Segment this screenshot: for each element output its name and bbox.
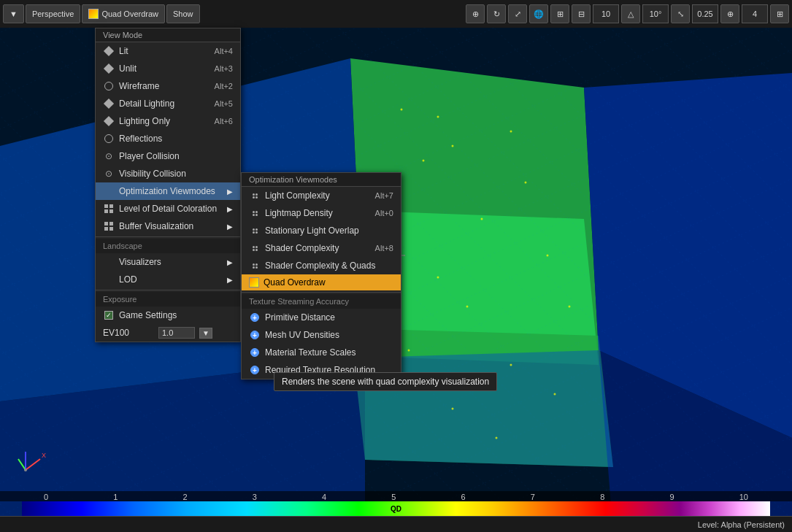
colorbar-label-3: 3 <box>253 493 257 501</box>
layer-count[interactable]: 4 <box>742 4 768 23</box>
lod-icon <box>103 203 115 215</box>
menu-item-lightmap-density[interactable]: Lightmap Density Alt+0 <box>242 204 401 222</box>
svg-point-11 <box>437 116 439 118</box>
lod-submenu-arrow-icon: ▶ <box>227 205 233 213</box>
svg-point-20 <box>569 306 571 308</box>
player-collision-icon: ⊙ <box>103 150 115 162</box>
svg-point-10 <box>401 109 403 111</box>
viewmode-button[interactable]: Quad Overdraw <box>82 4 165 23</box>
rotate-button[interactable]: ↻ <box>487 4 506 23</box>
menu-item-optimization[interactable]: Optimization Viewmodes ▶ <box>96 182 240 200</box>
menu-container: View Mode Lit Alt+4 Unlit Alt+3 Wirefram… <box>95 28 241 342</box>
optimization-submenu: Optimization Viewmodes Light Complexity … <box>241 172 401 379</box>
shader-complexity-icon <box>249 242 261 254</box>
menu-item-reflections[interactable]: Reflections <box>96 130 240 147</box>
svg-point-21 <box>408 350 410 352</box>
exposure-header: Exposure <box>96 292 240 307</box>
quad-overdraw-tooltip: Renders the scene with quad complexity v… <box>274 372 497 391</box>
texture-header: Texture Streaming Accuracy <box>242 294 401 309</box>
svg-point-16 <box>481 218 483 220</box>
svg-point-19 <box>466 306 469 308</box>
menu-item-quad-overdraw[interactable]: Quad Overdraw <box>242 274 401 290</box>
quad-overdraw-icon <box>249 277 259 288</box>
reflections-icon <box>103 133 115 144</box>
colorbar-label-5: 5 <box>391 493 396 501</box>
menu-item-visualizers[interactable]: Visualizers ▶ <box>96 253 240 271</box>
menu-item-wireframe[interactable]: Wireframe Alt+2 <box>96 77 240 95</box>
angle-snap-button[interactable]: △ <box>621 4 640 23</box>
world-button[interactable]: 🌐 <box>529 4 548 23</box>
snap-value[interactable]: 10° <box>642 4 669 23</box>
opt-menu-header: Optimization Viewmodes <box>242 173 401 187</box>
toolbar-right: ⊕ ↻ ⤢ 🌐 ⊞ ⊟ 10 △ 10° ⤡ 0.25 ⊕ 4 ⊞ <box>466 4 789 23</box>
grid-snap-button[interactable]: ⊟ <box>572 4 591 23</box>
menu-item-lit[interactable]: Lit Alt+4 <box>96 42 240 60</box>
colorbar-label-8: 8 <box>600 493 604 501</box>
menu-item-mesh-uv[interactable]: + Mesh UV Densities <box>242 326 401 344</box>
menu-item-shader-complexity-quads[interactable]: Shader Complexity & Quads <box>242 257 401 274</box>
menu-item-detail-lighting[interactable]: Detail Lighting Alt+5 <box>96 95 240 112</box>
ev100-input[interactable] <box>158 327 195 339</box>
mesh-uv-icon: + <box>249 329 261 341</box>
show-button[interactable]: Show <box>166 4 200 23</box>
colorbar-label-7: 7 <box>531 493 535 501</box>
svg-point-23 <box>554 393 556 396</box>
unlit-icon <box>103 63 115 74</box>
menu-item-material-texture[interactable]: + Material Texture Scales <box>242 344 401 361</box>
menu-item-stationary-light[interactable]: Stationary Light Overlap <box>242 222 401 239</box>
menu-item-player-collision[interactable]: ⊙ Player Collision <box>96 147 240 165</box>
svg-text:X: X <box>42 452 46 459</box>
perspective-button[interactable]: Perspective <box>26 4 80 23</box>
axis-indicator: X <box>15 444 51 481</box>
colorbar-label-2: 2 <box>183 493 188 501</box>
layers-button[interactable]: ⊕ <box>720 4 739 23</box>
scale-button-icon[interactable]: ⤢ <box>508 4 527 23</box>
svg-line-30 <box>18 459 26 470</box>
svg-point-25 <box>496 437 498 439</box>
menu-item-lighting-only[interactable]: Lighting Only Alt+6 <box>96 112 240 130</box>
shader-quads-icon <box>249 260 261 271</box>
perspective-label: Perspective <box>32 9 74 18</box>
viewmode-menu: View Mode Lit Alt+4 Unlit Alt+3 Wirefram… <box>95 28 241 342</box>
required-texture-icon: + <box>249 364 261 376</box>
viewmode-menu-header: View Mode <box>96 28 240 42</box>
menu-item-light-complexity[interactable]: Light Complexity Alt+7 <box>242 187 401 204</box>
colorbar: QD <box>0 501 792 516</box>
colorbar-label-4: 4 <box>322 493 326 501</box>
surface-button[interactable]: ⊞ <box>550 4 569 23</box>
colorbar-label-10: 10 <box>739 493 748 501</box>
menu-item-game-settings[interactable]: ✓ Game Settings <box>96 307 240 324</box>
menu-item-unlit[interactable]: Unlit Alt+3 <box>96 60 240 77</box>
ev100-row: EV100 ▼ <box>96 324 240 342</box>
ev100-slider[interactable]: ▼ <box>199 328 212 339</box>
lighting-only-icon <box>103 115 115 127</box>
svg-point-13 <box>423 160 425 162</box>
optimization-icon <box>103 185 115 197</box>
settings-button[interactable]: ⊞ <box>770 4 789 23</box>
transform-button[interactable]: ⊕ <box>466 4 485 23</box>
svg-point-12 <box>452 145 454 147</box>
primitive-distance-icon: + <box>249 312 261 323</box>
menu-item-primitive-distance[interactable]: + Primitive Distance <box>242 309 401 326</box>
menu-item-shader-complexity[interactable]: Shader Complexity Alt+8 <box>242 239 401 257</box>
svg-point-32 <box>24 469 27 471</box>
menu-item-lod[interactable]: LOD ▶ <box>96 271 240 288</box>
colorbar-label-0: 0 <box>44 493 48 501</box>
lit-icon <box>103 45 115 57</box>
toolbar: ▼ Perspective Quad Overdraw Show ⊕ ↻ ⤢ 🌐… <box>0 0 792 28</box>
menu-item-lod-coloration[interactable]: Level of Detail Coloration ▶ <box>96 200 240 217</box>
menu-item-visibility-collision[interactable]: ⊙ Visibility Collision <box>96 165 240 182</box>
checkbox-icon: ✓ <box>103 309 115 321</box>
svg-point-18 <box>437 277 439 279</box>
viewport-menu-button[interactable]: ▼ <box>3 4 24 23</box>
menu-item-buffer-viz[interactable]: Buffer Visualization ▶ <box>96 217 240 235</box>
expand-button[interactable]: ⤡ <box>671 4 690 23</box>
colorbar-labels: 0 1 2 3 4 5 6 7 8 9 10 <box>0 491 792 501</box>
grid-value[interactable]: 10 <box>593 4 619 23</box>
colorbar-label-1: 1 <box>113 493 118 501</box>
viewmode-label: Quad Overdraw <box>101 9 158 18</box>
landscape-header: Landscape <box>96 239 240 253</box>
scale-value[interactable]: 0.25 <box>692 4 718 23</box>
stationary-light-icon <box>249 225 261 236</box>
ev100-label: EV100 <box>103 328 147 338</box>
